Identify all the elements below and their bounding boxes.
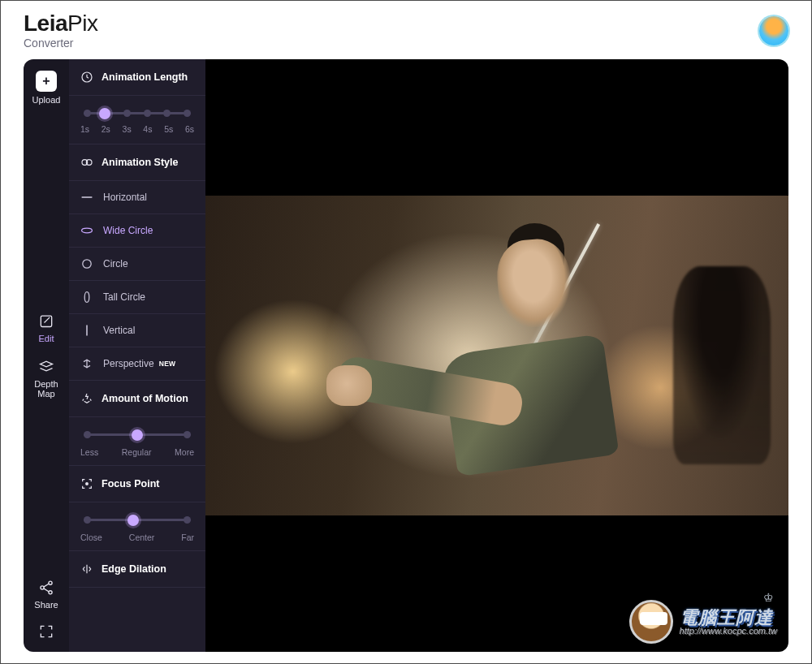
- depth-map-button[interactable]: Depth Map: [34, 358, 58, 399]
- user-avatar[interactable]: [759, 16, 788, 45]
- amount-of-motion-block: LessRegularMore: [69, 417, 205, 466]
- style-perspective[interactable]: Perspective NEW: [69, 347, 205, 381]
- nav-rail: + Upload Edit Depth Map Share: [24, 59, 69, 652]
- preview-image[interactable]: [205, 196, 788, 515]
- watermark-avatar-icon: [629, 600, 673, 644]
- plus-icon: +: [36, 71, 57, 92]
- amount-of-motion-labels: LessRegularMore: [80, 444, 194, 457]
- animation-style-header: Animation Style: [69, 144, 205, 181]
- animation-length-header: Animation Length: [69, 59, 205, 96]
- clock-icon: [80, 71, 93, 84]
- svg-point-9: [83, 260, 91, 268]
- style-circle[interactable]: Circle: [69, 248, 205, 281]
- controls-sidebar: Animation Length 1s2s3s4s5s6s Animation …: [69, 59, 205, 652]
- focus-icon: [80, 477, 93, 490]
- motion-icon: [80, 392, 93, 405]
- amount-of-motion-slider[interactable]: [84, 433, 191, 436]
- fullscreen-button[interactable]: [37, 623, 55, 640]
- share-icon: [37, 579, 55, 597]
- upload-button[interactable]: + Upload: [32, 71, 61, 105]
- watermark-url: http://www.kocpc.com.tw: [680, 627, 777, 636]
- logo: LeiaPix Converter: [24, 12, 97, 50]
- animation-length-slider-block: 1s2s3s4s5s6s: [69, 96, 205, 144]
- svg-point-10: [84, 292, 89, 303]
- app-header: LeiaPix Converter: [1, 1, 811, 59]
- focus-point-thumb[interactable]: [127, 515, 139, 526]
- horizontal-icon: [80, 191, 93, 204]
- wide-circle-icon: [80, 224, 93, 237]
- watermark-title: 電腦王阿達: [680, 609, 777, 627]
- preview-panel: ♔ 電腦王阿達 http://www.kocpc.com.tw: [205, 59, 788, 652]
- style-horizontal[interactable]: Horizontal: [69, 181, 205, 214]
- animation-length-slider[interactable]: [84, 112, 191, 114]
- animation-length-labels: 1s2s3s4s5s6s: [80, 121, 194, 134]
- upload-label: Upload: [32, 95, 61, 105]
- style-icon: [80, 156, 93, 169]
- tall-circle-icon: [80, 291, 93, 304]
- edit-label: Edit: [39, 334, 54, 343]
- vertical-icon: [80, 324, 93, 337]
- share-button[interactable]: Share: [34, 579, 58, 610]
- svg-point-8: [82, 228, 93, 233]
- depth-map-label: Depth Map: [34, 379, 58, 399]
- crown-icon: ♔: [763, 592, 774, 603]
- edge-dilation-header: Edge Dilation: [69, 551, 205, 588]
- svg-point-12: [86, 483, 89, 485]
- style-wide-circle[interactable]: Wide Circle: [69, 214, 205, 248]
- style-tall-circle[interactable]: Tall Circle: [69, 281, 205, 314]
- depth-map-icon: [37, 358, 55, 376]
- logo-main: LeiaPix: [24, 12, 97, 35]
- main-content: + Upload Edit Depth Map Share: [1, 59, 811, 664]
- animation-length-thumb[interactable]: [99, 108, 110, 119]
- amount-of-motion-header: Amount of Motion: [69, 381, 205, 417]
- focus-point-header: Focus Point: [69, 466, 205, 502]
- focus-point-labels: CloseCenterFar: [80, 529, 194, 542]
- edit-icon: [37, 313, 55, 330]
- amount-of-motion-thumb[interactable]: [132, 429, 143, 441]
- dilation-icon: [80, 563, 93, 576]
- watermark: ♔ 電腦王阿達 http://www.kocpc.com.tw: [629, 600, 777, 644]
- share-label: Share: [34, 600, 58, 610]
- circle-icon: [80, 257, 93, 270]
- focus-point-slider[interactable]: [84, 519, 191, 521]
- new-badge: NEW: [159, 360, 176, 368]
- fullscreen-icon: [37, 623, 55, 640]
- focus-point-block: CloseCenterFar: [69, 502, 205, 551]
- edit-button[interactable]: Edit: [37, 313, 55, 343]
- perspective-icon: [80, 357, 93, 370]
- style-vertical[interactable]: Vertical: [69, 314, 205, 347]
- logo-subtitle: Converter: [24, 37, 97, 50]
